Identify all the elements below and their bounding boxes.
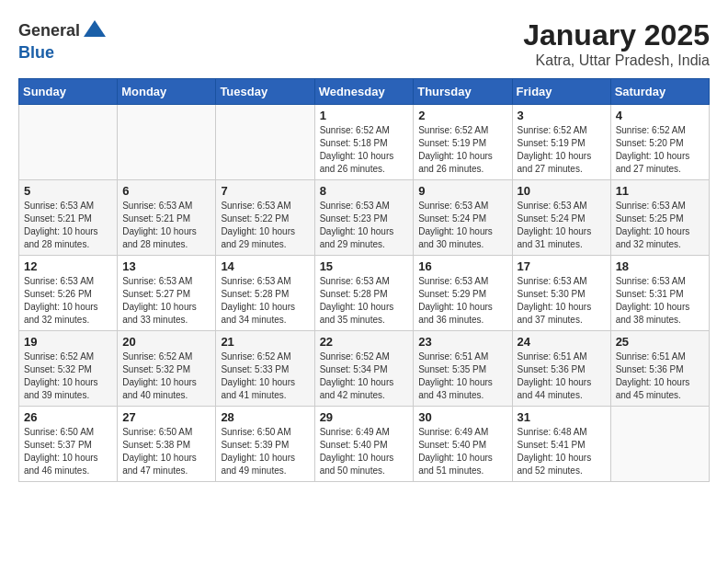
calendar-cell: 5Sunrise: 6:53 AM Sunset: 5:21 PM Daylig… bbox=[19, 180, 118, 256]
day-number: 30 bbox=[418, 410, 506, 424]
day-info: Sunrise: 6:53 AM Sunset: 5:21 PM Dayligh… bbox=[24, 200, 112, 251]
calendar-cell: 14Sunrise: 6:53 AM Sunset: 5:28 PM Dayli… bbox=[216, 256, 314, 331]
calendar-cell: 13Sunrise: 6:53 AM Sunset: 5:27 PM Dayli… bbox=[118, 256, 216, 331]
calendar-cell: 12Sunrise: 6:53 AM Sunset: 5:26 PM Dayli… bbox=[19, 256, 118, 331]
svg-marker-0 bbox=[84, 20, 106, 37]
day-number: 20 bbox=[122, 335, 210, 349]
day-number: 25 bbox=[616, 335, 704, 349]
day-number: 6 bbox=[122, 184, 210, 198]
calendar-cell: 7Sunrise: 6:53 AM Sunset: 5:22 PM Daylig… bbox=[216, 180, 314, 256]
logo-icon bbox=[82, 18, 108, 44]
day-number: 10 bbox=[518, 184, 606, 198]
day-info: Sunrise: 6:53 AM Sunset: 5:28 PM Dayligh… bbox=[221, 275, 309, 327]
day-number: 5 bbox=[24, 184, 112, 198]
calendar-cell: 9Sunrise: 6:53 AM Sunset: 5:24 PM Daylig… bbox=[414, 180, 512, 256]
day-number: 23 bbox=[418, 335, 506, 349]
calendar-cell: 18Sunrise: 6:53 AM Sunset: 5:31 PM Dayli… bbox=[610, 256, 709, 331]
calendar-cell: 21Sunrise: 6:52 AM Sunset: 5:33 PM Dayli… bbox=[216, 331, 314, 407]
calendar-cell: 20Sunrise: 6:52 AM Sunset: 5:32 PM Dayli… bbox=[118, 331, 216, 407]
day-info: Sunrise: 6:52 AM Sunset: 5:20 PM Dayligh… bbox=[616, 124, 704, 176]
day-info: Sunrise: 6:53 AM Sunset: 5:29 PM Dayligh… bbox=[418, 275, 506, 327]
day-info: Sunrise: 6:53 AM Sunset: 5:24 PM Dayligh… bbox=[418, 200, 506, 251]
day-info: Sunrise: 6:53 AM Sunset: 5:24 PM Dayligh… bbox=[518, 200, 606, 251]
calendar-cell: 19Sunrise: 6:52 AM Sunset: 5:32 PM Dayli… bbox=[19, 331, 118, 407]
day-number: 29 bbox=[320, 410, 409, 424]
calendar-cell bbox=[610, 407, 709, 482]
day-info: Sunrise: 6:53 AM Sunset: 5:31 PM Dayligh… bbox=[616, 275, 704, 327]
day-info: Sunrise: 6:53 AM Sunset: 5:26 PM Dayligh… bbox=[24, 275, 112, 327]
day-info: Sunrise: 6:52 AM Sunset: 5:18 PM Dayligh… bbox=[320, 124, 409, 176]
calendar-cell: 8Sunrise: 6:53 AM Sunset: 5:23 PM Daylig… bbox=[314, 180, 414, 256]
week-row-5: 26Sunrise: 6:50 AM Sunset: 5:37 PM Dayli… bbox=[19, 407, 710, 482]
weekday-tuesday: Tuesday bbox=[216, 79, 314, 105]
day-number: 8 bbox=[320, 184, 409, 198]
day-info: Sunrise: 6:52 AM Sunset: 5:32 PM Dayligh… bbox=[122, 350, 210, 402]
day-info: Sunrise: 6:51 AM Sunset: 5:35 PM Dayligh… bbox=[418, 350, 506, 402]
calendar-cell: 11Sunrise: 6:53 AM Sunset: 5:25 PM Dayli… bbox=[610, 180, 709, 256]
day-info: Sunrise: 6:52 AM Sunset: 5:32 PM Dayligh… bbox=[24, 350, 112, 402]
calendar-cell: 1Sunrise: 6:52 AM Sunset: 5:18 PM Daylig… bbox=[314, 105, 414, 180]
calendar-cell: 24Sunrise: 6:51 AM Sunset: 5:36 PM Dayli… bbox=[512, 331, 610, 407]
calendar-subtitle: Katra, Uttar Pradesh, India bbox=[523, 52, 710, 69]
calendar-title: January 2025 bbox=[523, 18, 710, 52]
day-number: 3 bbox=[518, 109, 606, 122]
day-number: 27 bbox=[122, 410, 210, 424]
day-number: 9 bbox=[418, 184, 506, 198]
calendar-cell bbox=[118, 105, 216, 180]
logo-general: General bbox=[18, 21, 80, 40]
weekday-wednesday: Wednesday bbox=[314, 79, 414, 105]
day-info: Sunrise: 6:50 AM Sunset: 5:39 PM Dayligh… bbox=[221, 426, 309, 477]
day-number: 12 bbox=[24, 259, 112, 273]
day-info: Sunrise: 6:53 AM Sunset: 5:23 PM Dayligh… bbox=[320, 200, 409, 251]
calendar-cell: 28Sunrise: 6:50 AM Sunset: 5:39 PM Dayli… bbox=[216, 407, 314, 482]
calendar-cell: 4Sunrise: 6:52 AM Sunset: 5:20 PM Daylig… bbox=[610, 105, 709, 180]
page-header: General Blue January 2025 Katra, Uttar P… bbox=[18, 18, 710, 69]
day-number: 19 bbox=[24, 335, 112, 349]
calendar-cell: 10Sunrise: 6:53 AM Sunset: 5:24 PM Dayli… bbox=[512, 180, 610, 256]
calendar-cell bbox=[19, 105, 118, 180]
day-number: 11 bbox=[616, 184, 704, 198]
day-number: 7 bbox=[221, 184, 309, 198]
week-row-2: 5Sunrise: 6:53 AM Sunset: 5:21 PM Daylig… bbox=[19, 180, 710, 256]
day-info: Sunrise: 6:52 AM Sunset: 5:33 PM Dayligh… bbox=[221, 350, 309, 402]
title-block: January 2025 Katra, Uttar Pradesh, India bbox=[523, 18, 710, 69]
calendar-cell: 29Sunrise: 6:49 AM Sunset: 5:40 PM Dayli… bbox=[314, 407, 414, 482]
week-row-4: 19Sunrise: 6:52 AM Sunset: 5:32 PM Dayli… bbox=[19, 331, 710, 407]
weekday-thursday: Thursday bbox=[414, 79, 512, 105]
day-info: Sunrise: 6:53 AM Sunset: 5:21 PM Dayligh… bbox=[122, 200, 210, 251]
day-number: 26 bbox=[24, 410, 112, 424]
day-number: 2 bbox=[418, 109, 506, 122]
day-info: Sunrise: 6:48 AM Sunset: 5:41 PM Dayligh… bbox=[518, 426, 606, 477]
weekday-header-row: SundayMondayTuesdayWednesdayThursdayFrid… bbox=[19, 79, 710, 105]
calendar-cell: 17Sunrise: 6:53 AM Sunset: 5:30 PM Dayli… bbox=[512, 256, 610, 331]
calendar-cell: 22Sunrise: 6:52 AM Sunset: 5:34 PM Dayli… bbox=[314, 331, 414, 407]
calendar-cell: 23Sunrise: 6:51 AM Sunset: 5:35 PM Dayli… bbox=[414, 331, 512, 407]
day-info: Sunrise: 6:53 AM Sunset: 5:27 PM Dayligh… bbox=[122, 275, 210, 327]
weekday-saturday: Saturday bbox=[610, 79, 709, 105]
day-number: 21 bbox=[221, 335, 309, 349]
day-info: Sunrise: 6:52 AM Sunset: 5:19 PM Dayligh… bbox=[418, 124, 506, 176]
calendar-cell: 16Sunrise: 6:53 AM Sunset: 5:29 PM Dayli… bbox=[414, 256, 512, 331]
weekday-monday: Monday bbox=[118, 79, 216, 105]
calendar-cell: 3Sunrise: 6:52 AM Sunset: 5:19 PM Daylig… bbox=[512, 105, 610, 180]
day-number: 13 bbox=[122, 259, 210, 273]
day-info: Sunrise: 6:53 AM Sunset: 5:25 PM Dayligh… bbox=[616, 200, 704, 251]
day-number: 28 bbox=[221, 410, 309, 424]
day-number: 4 bbox=[616, 109, 704, 122]
day-info: Sunrise: 6:52 AM Sunset: 5:34 PM Dayligh… bbox=[320, 350, 409, 402]
day-info: Sunrise: 6:49 AM Sunset: 5:40 PM Dayligh… bbox=[320, 426, 409, 477]
week-row-3: 12Sunrise: 6:53 AM Sunset: 5:26 PM Dayli… bbox=[19, 256, 710, 331]
calendar-cell: 27Sunrise: 6:50 AM Sunset: 5:38 PM Dayli… bbox=[118, 407, 216, 482]
day-number: 24 bbox=[518, 335, 606, 349]
weekday-friday: Friday bbox=[512, 79, 610, 105]
logo: General Blue bbox=[18, 18, 108, 63]
logo-blue: Blue bbox=[18, 43, 54, 62]
day-number: 18 bbox=[616, 259, 704, 273]
day-info: Sunrise: 6:51 AM Sunset: 5:36 PM Dayligh… bbox=[616, 350, 704, 402]
calendar-cell: 25Sunrise: 6:51 AM Sunset: 5:36 PM Dayli… bbox=[610, 331, 709, 407]
calendar-cell: 31Sunrise: 6:48 AM Sunset: 5:41 PM Dayli… bbox=[512, 407, 610, 482]
day-info: Sunrise: 6:52 AM Sunset: 5:19 PM Dayligh… bbox=[518, 124, 606, 176]
weekday-sunday: Sunday bbox=[19, 79, 118, 105]
calendar-body: 1Sunrise: 6:52 AM Sunset: 5:18 PM Daylig… bbox=[19, 105, 710, 482]
day-info: Sunrise: 6:53 AM Sunset: 5:30 PM Dayligh… bbox=[518, 275, 606, 327]
